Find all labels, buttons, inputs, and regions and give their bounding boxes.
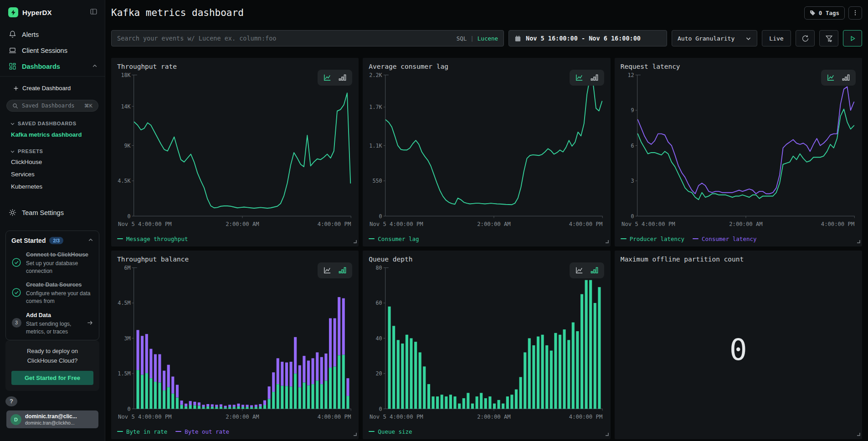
dashboard-icon bbox=[9, 62, 16, 70]
legend-item[interactable]: Byte out rate bbox=[175, 428, 229, 435]
sidebar-item-alerts[interactable]: Alerts bbox=[0, 26, 105, 42]
refresh-icon bbox=[801, 35, 809, 42]
run-query-button[interactable] bbox=[843, 30, 862, 46]
svg-text:2:00:00 AM: 2:00:00 AM bbox=[729, 220, 763, 227]
granularity-select[interactable]: Auto Granularity bbox=[672, 30, 757, 46]
svg-text:3: 3 bbox=[631, 178, 634, 184]
svg-text:12: 12 bbox=[627, 72, 634, 78]
legend-item[interactable]: Queue size bbox=[369, 428, 412, 435]
svg-text:Nov 5 4:00:00 PM: Nov 5 4:00:00 PM bbox=[370, 413, 423, 420]
resize-handle[interactable] bbox=[856, 430, 860, 438]
get-started-title: Get Started bbox=[11, 237, 46, 244]
resize-handle[interactable] bbox=[856, 237, 860, 245]
resize-handle[interactable] bbox=[604, 430, 609, 438]
onboarding-step-sources[interactable]: Create Data Sources Configure where your… bbox=[11, 281, 93, 305]
play-icon bbox=[850, 36, 856, 41]
chevron-down-icon bbox=[10, 149, 15, 154]
kebab-icon bbox=[852, 10, 858, 16]
event-search-input[interactable]: Search your events w/ Lucene ex. column:… bbox=[111, 30, 504, 46]
sidebar-collapse-icon[interactable] bbox=[90, 8, 98, 17]
line-view-icon[interactable] bbox=[323, 266, 332, 275]
check-circle-icon bbox=[11, 257, 21, 267]
svg-text:0: 0 bbox=[631, 213, 634, 219]
chart-plot[interactable]: 2.2K1.7K1.1K5500Nov 5 4:00:00 PM2:00:00 … bbox=[369, 71, 604, 234]
chart-legend[interactable]: Byte in rateByte out rate bbox=[117, 426, 353, 436]
svg-text:9K: 9K bbox=[124, 142, 131, 149]
svg-text:Nov 5 4:00:00 PM: Nov 5 4:00:00 PM bbox=[621, 220, 675, 227]
chart-plot[interactable]: 129630Nov 5 4:00:00 PM2:00:00 AM4:00:00 … bbox=[621, 71, 856, 234]
chart-legend[interactable]: Consumer lag bbox=[369, 234, 604, 244]
bar-view-icon[interactable] bbox=[590, 266, 599, 275]
sidebar-item-client-sessions[interactable]: Client Sessions bbox=[0, 42, 105, 58]
chart-plot[interactable]: 6M4.5M3M1.5M0Nov 5 4:00:00 PM2:00:00 AM4… bbox=[117, 264, 353, 426]
svg-text:9: 9 bbox=[631, 107, 634, 113]
chevron-down-icon bbox=[10, 121, 15, 126]
chart-legend[interactable]: Message throughput bbox=[117, 234, 353, 244]
svg-text:40: 40 bbox=[376, 335, 382, 341]
resize-handle[interactable] bbox=[352, 430, 357, 438]
legend-item[interactable]: Producer latency bbox=[621, 236, 684, 242]
bar-view-icon[interactable] bbox=[590, 73, 599, 82]
tags-button[interactable]: 0 Tags bbox=[804, 6, 845, 20]
refresh-button[interactable] bbox=[796, 30, 815, 46]
chart-type-toggle bbox=[318, 262, 352, 278]
presets-section[interactable]: PRESETS bbox=[0, 141, 105, 156]
sidebar-item-services[interactable]: Services bbox=[0, 168, 105, 180]
chart-type-toggle bbox=[570, 262, 604, 278]
sql-mode-button[interactable]: SQL bbox=[457, 35, 467, 42]
chevron-up-icon[interactable] bbox=[88, 236, 93, 245]
chart-plot[interactable]: 806040200Nov 5 4:00:00 PM2:00:00 AM4:00:… bbox=[369, 264, 604, 426]
svg-text:1.7K: 1.7K bbox=[370, 104, 383, 110]
sidebar-item-kafka-dashboard[interactable]: Kafka metrics dashboard bbox=[0, 128, 105, 141]
search-icon bbox=[12, 103, 18, 109]
sidebar-item-clickhouse[interactable]: ClickHouse bbox=[0, 156, 105, 168]
sidebar-item-team-settings[interactable]: Team Settings bbox=[0, 205, 105, 220]
line-view-icon[interactable] bbox=[575, 266, 584, 275]
legend-item[interactable]: Message throughput bbox=[117, 236, 188, 242]
svg-text:Nov 5 4:00:00 PM: Nov 5 4:00:00 PM bbox=[118, 413, 172, 420]
line-view-icon[interactable] bbox=[323, 73, 332, 82]
chart-type-toggle bbox=[570, 70, 604, 86]
filter-button[interactable] bbox=[819, 30, 838, 46]
chart-title: Maximum offline partition count bbox=[621, 256, 856, 263]
line-view-icon[interactable] bbox=[827, 73, 835, 82]
bar-view-icon[interactable] bbox=[842, 73, 850, 82]
filter-edit-icon bbox=[825, 35, 833, 42]
chart-plot[interactable]: 18K14K9K4.5K0Nov 5 4:00:00 PM2:00:00 AM4… bbox=[117, 71, 353, 234]
svg-text:2:00:00 AM: 2:00:00 AM bbox=[478, 220, 511, 227]
resize-handle[interactable] bbox=[604, 237, 609, 245]
create-dashboard-button[interactable]: Create Dashboard bbox=[0, 77, 105, 94]
bar-view-icon[interactable] bbox=[338, 266, 347, 275]
chart-legend[interactable]: Queue size bbox=[369, 426, 604, 436]
sidebar-item-kubernetes[interactable]: Kubernetes bbox=[0, 180, 105, 193]
get-started-free-button[interactable]: Get Started for Free bbox=[11, 371, 93, 385]
more-options-button[interactable] bbox=[848, 6, 862, 20]
saved-dashboards-search-input[interactable]: Saved Dashboards ⌘K bbox=[6, 100, 98, 112]
dashboard-grid: Throughput rate 18K14K9K4.5K0Nov 5 4:00:… bbox=[111, 58, 862, 439]
live-button[interactable]: Live bbox=[762, 30, 791, 46]
svg-text:0: 0 bbox=[379, 213, 382, 219]
chart-type-toggle bbox=[318, 70, 352, 86]
bar-view-icon[interactable] bbox=[338, 73, 347, 82]
laptop-icon bbox=[9, 46, 16, 54]
svg-text:18K: 18K bbox=[121, 72, 131, 78]
resize-handle[interactable] bbox=[352, 237, 357, 245]
legend-item[interactable]: Consumer lag bbox=[369, 236, 419, 242]
lucene-mode-button[interactable]: Lucene bbox=[478, 35, 498, 42]
tag-icon bbox=[810, 10, 816, 16]
legend-item[interactable]: Consumer latency bbox=[693, 236, 756, 242]
onboarding-step-connect[interactable]: Connect to ClickHouse Set up your databa… bbox=[11, 251, 93, 275]
onboarding-step-add-data[interactable]: 3 Add Data Start sending logs, metrics, … bbox=[11, 312, 93, 335]
user-menu[interactable]: D dominic.tran@clic... dominic.tran@clic… bbox=[6, 410, 98, 428]
chevron-down-icon bbox=[745, 36, 751, 41]
chart-legend[interactable]: Producer latencyConsumer latency bbox=[621, 234, 856, 244]
sidebar-item-dashboards[interactable]: Dashboards bbox=[0, 58, 105, 74]
chart-title: Request latency bbox=[621, 63, 856, 70]
svg-text:0: 0 bbox=[127, 213, 130, 219]
help-button[interactable]: ? bbox=[5, 396, 17, 406]
date-range-picker[interactable]: Nov 5 16:00:00 - Nov 6 16:00:00 bbox=[508, 30, 667, 46]
line-view-icon[interactable] bbox=[575, 73, 584, 82]
saved-dashboards-section[interactable]: SAVED DASHBOARDS bbox=[0, 113, 105, 128]
shortcut-badge: ⌘K bbox=[84, 103, 92, 109]
legend-item[interactable]: Byte in rate bbox=[117, 428, 167, 435]
